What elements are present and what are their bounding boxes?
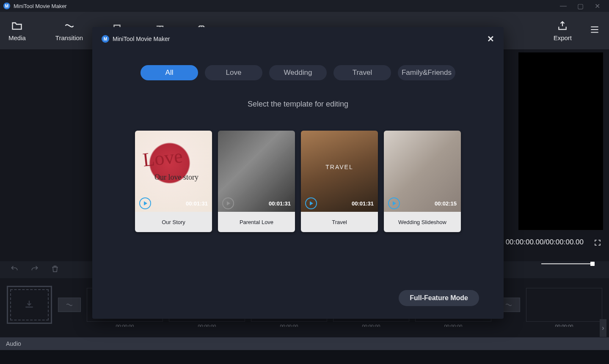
template-name: Travel — [301, 212, 378, 232]
filter-wedding[interactable]: Wedding — [269, 65, 327, 80]
template-duration: 00:01:31 — [352, 200, 374, 207]
template-thumb: 00:01:31 — [218, 131, 295, 212]
play-icon[interactable] — [305, 197, 317, 209]
modal-close-button[interactable]: ✕ — [487, 34, 494, 44]
template-thumb: 00:02:15 — [384, 131, 461, 212]
template-name: Wedding Slideshow — [384, 212, 461, 232]
template-card[interactable]: 00:01:31 Travel — [301, 131, 378, 232]
filter-love[interactable]: Love — [205, 65, 262, 80]
filter-travel[interactable]: Travel — [333, 65, 391, 80]
template-grid: 00:01:31 Our Story 00:01:31 Parental Lov… — [102, 131, 494, 232]
template-thumb: 00:01:31 — [301, 131, 378, 212]
modal-title: MiniTool Movie Maker — [113, 36, 170, 42]
app-logo-icon: M — [102, 35, 109, 43]
template-card[interactable]: 00:01:31 Our Story — [135, 131, 212, 232]
template-modal: M MiniTool Movie Maker ✕ All Love Weddin… — [92, 27, 504, 319]
template-duration: 00:02:15 — [435, 200, 457, 207]
template-name: Our Story — [135, 212, 212, 232]
full-feature-button[interactable]: Full-Feature Mode — [399, 290, 479, 306]
template-thumb: 00:01:31 — [135, 131, 212, 212]
filter-all[interactable]: All — [141, 65, 198, 80]
play-icon[interactable] — [222, 197, 234, 209]
modal-header: M MiniTool Movie Maker ✕ — [102, 34, 494, 44]
filter-tabs: All Love Wedding Travel Family&Friends — [102, 65, 494, 80]
template-name: Parental Love — [218, 212, 295, 232]
template-duration: 00:01:31 — [269, 200, 291, 207]
filter-family[interactable]: Family&Friends — [398, 65, 455, 80]
template-card[interactable]: 00:02:15 Wedding Slideshow — [384, 131, 461, 232]
play-icon[interactable] — [388, 197, 400, 209]
play-icon[interactable] — [139, 197, 151, 209]
template-duration: 00:01:31 — [186, 200, 208, 207]
template-card[interactable]: 00:01:31 Parental Love — [218, 131, 295, 232]
modal-subtitle: Select the template for editing — [102, 100, 494, 109]
